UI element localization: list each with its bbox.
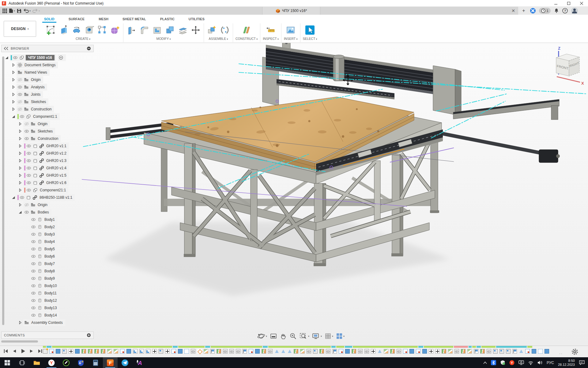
timeline-feature-joint-icon[interactable] <box>364 349 369 354</box>
timeline-group-segment[interactable] <box>418 346 423 348</box>
timeline-feature-flag-icon[interactable] <box>512 349 517 354</box>
timeline-feature-sketch-icon[interactable] <box>172 349 176 354</box>
timeline-feature-joint-icon[interactable] <box>236 349 240 354</box>
construct-group-label[interactable]: CONSTRUCT <box>236 37 258 42</box>
timeline-group-segment[interactable] <box>173 346 178 348</box>
timeline-group-segment[interactable] <box>472 346 476 348</box>
timeline-feature-extrude-icon[interactable] <box>255 349 260 354</box>
timeline-group-segment[interactable] <box>178 346 205 348</box>
timeline-feature-mirror-icon[interactable] <box>442 349 446 354</box>
browser-row-body2[interactable]: Body2 <box>0 223 132 231</box>
timeline-feature-mirror-icon[interactable] <box>319 349 324 354</box>
timeline-feature-move-icon[interactable] <box>429 349 433 354</box>
create-group-label[interactable]: CREATE <box>76 37 90 42</box>
tab-mesh[interactable]: MESH <box>97 15 110 23</box>
browser-row-joints[interactable]: Joints <box>0 91 132 98</box>
timeline-feature-mirror-plane-icon[interactable] <box>300 349 305 354</box>
timeline-feature-plane-icon[interactable] <box>146 349 150 354</box>
create-sketch-button[interactable] <box>45 25 56 36</box>
model-viewport[interactable]: Z X FRONT RIGHT BROWSER ЧПУ 1500 v16Docu… <box>0 43 588 346</box>
timeline-group-segment[interactable] <box>527 346 532 348</box>
timeline-feature-mirror-icon[interactable] <box>352 349 356 354</box>
measure-button[interactable] <box>265 25 276 36</box>
new-tab-icon[interactable]: + <box>521 8 527 13</box>
timeline-feature-mirror-icon[interactable] <box>461 349 466 354</box>
timeline-feature-sketch-icon[interactable] <box>120 349 125 354</box>
timeline-group-segment[interactable] <box>481 346 496 348</box>
timeline-feature-loft-icon[interactable] <box>519 349 523 354</box>
timeline-feature-joint-icon[interactable] <box>397 349 401 354</box>
timeline-feature-sketch-dashed-icon[interactable] <box>184 349 189 354</box>
timeline-group-segment[interactable] <box>353 346 418 348</box>
browser-row-ghr20-v1-5[interactable]: GHR20 v1:5 <box>0 172 132 179</box>
add-comment-icon[interactable] <box>87 333 91 337</box>
yandex-browser-icon[interactable]: Y <box>44 357 59 368</box>
timeline-feature-mirror-icon[interactable] <box>294 349 298 354</box>
timeline-feature-pattern-icon[interactable] <box>62 349 67 354</box>
timeline-feature-joint-icon[interactable] <box>307 349 311 354</box>
insert-group-label[interactable]: INSERT <box>284 37 298 42</box>
timeline-step-back-icon[interactable] <box>12 348 17 355</box>
pen-tool-app-icon[interactable] <box>59 357 74 368</box>
hidden-icons-chevron[interactable] <box>483 362 487 364</box>
browser-row-чпу-1500-v16[interactable]: ЧПУ 1500 v16 <box>0 54 132 61</box>
close-button[interactable] <box>575 0 588 7</box>
grid-icon[interactable]: ▾ <box>325 333 333 339</box>
zoom-icon[interactable] <box>289 332 297 340</box>
profile-avatar[interactable] <box>571 7 578 14</box>
browser-row-ghr20-v1-2[interactable]: GHR20 v1:2 <box>0 150 132 157</box>
timeline-horizontal-scrollbar[interactable] <box>1 340 38 343</box>
timeline-feature-extrude-icon[interactable] <box>545 349 549 354</box>
file-explorer-icon[interactable] <box>29 357 44 368</box>
browser-row-origin[interactable]: Origin <box>0 201 132 209</box>
timeline-feature-extrude-icon[interactable] <box>56 349 60 354</box>
browser-row-86hb250-118b-v1-1[interactable]: 86HB250-118B v1:1 <box>0 194 132 201</box>
tab-plastic[interactable]: PLASTIC <box>159 15 176 23</box>
timeline-feature-mirror-icon[interactable] <box>390 349 395 354</box>
timeline-feature-extrude-icon[interactable] <box>409 349 414 354</box>
timeline-feature-mirror-icon[interactable] <box>81 349 86 354</box>
browser-row-body7[interactable]: Body7 <box>0 260 132 267</box>
timeline-feature-loft-icon[interactable] <box>377 349 382 354</box>
browser-row-document-settings[interactable]: Document Settings <box>0 61 132 69</box>
notifications-bell-icon[interactable] <box>554 8 559 13</box>
browser-row-origin[interactable]: Origin <box>0 76 132 83</box>
timeline-feature-flag-icon[interactable] <box>242 349 247 354</box>
browser-row-construction[interactable]: Construction <box>0 105 132 113</box>
save-icon[interactable] <box>17 9 21 13</box>
orbit-icon[interactable]: ▾ <box>257 332 267 340</box>
timeline-feature-joint-icon[interactable] <box>454 349 459 354</box>
activate-component-radio[interactable] <box>58 54 66 61</box>
timeline-feature-mirror-icon[interactable] <box>217 349 221 354</box>
timeline-feature-sketch-icon[interactable] <box>49 349 54 354</box>
browser-row-body12[interactable]: Body12 <box>0 297 132 304</box>
timeline-feature-mirror-plane-icon[interactable] <box>384 349 388 354</box>
select-group-label[interactable]: SELECT <box>303 37 317 42</box>
tab-solid[interactable]: SOLID <box>43 15 56 23</box>
timeline-feature-mirror-plane-icon[interactable] <box>114 349 118 354</box>
document-tab[interactable]: ЧПУ 1500 v16* <box>262 7 320 15</box>
security-shield-icon[interactable] <box>500 360 505 365</box>
browser-row-analysis[interactable]: Analysis <box>0 83 132 91</box>
browser-row-body5[interactable]: Body5 <box>0 245 132 253</box>
inspect-group-label[interactable]: INSPECT <box>263 37 279 42</box>
press-pull-button[interactable] <box>126 25 137 36</box>
browser-row-body9[interactable]: Body9 <box>0 275 132 282</box>
browser-row-body13[interactable]: Body13 <box>0 304 132 312</box>
browser-row-body3[interactable]: Body3 <box>0 231 132 238</box>
browser-row-body8[interactable]: Body8 <box>0 267 132 275</box>
browser-row-sketches[interactable]: Sketches <box>0 128 132 135</box>
timeline-group-segment[interactable] <box>263 346 268 348</box>
insert-canvas-button[interactable] <box>285 25 296 36</box>
timeline-feature-mirror-icon[interactable] <box>94 349 99 354</box>
timeline-feature-joint-icon[interactable] <box>326 349 330 354</box>
clock-datetime[interactable]: 8:50 28.12.2023 <box>558 359 575 367</box>
tab-utilities[interactable]: UTILITIES <box>187 15 206 23</box>
fit-icon[interactable]: ▾ <box>300 332 309 340</box>
combine-button[interactable] <box>164 25 175 36</box>
timeline-feature-sketch-dashed-icon[interactable] <box>538 349 543 354</box>
timeline-group-segment[interactable] <box>454 346 468 348</box>
timeline-group-segment[interactable] <box>469 346 472 348</box>
timeline-feature-flag-icon[interactable] <box>210 349 215 354</box>
start-button[interactable] <box>0 357 15 368</box>
